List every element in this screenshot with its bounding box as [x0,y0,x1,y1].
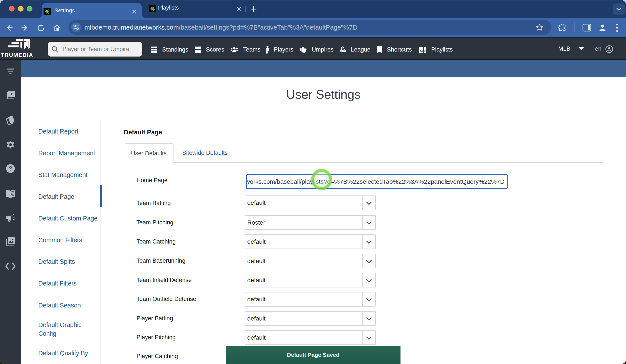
svg-text:?: ? [8,165,12,172]
